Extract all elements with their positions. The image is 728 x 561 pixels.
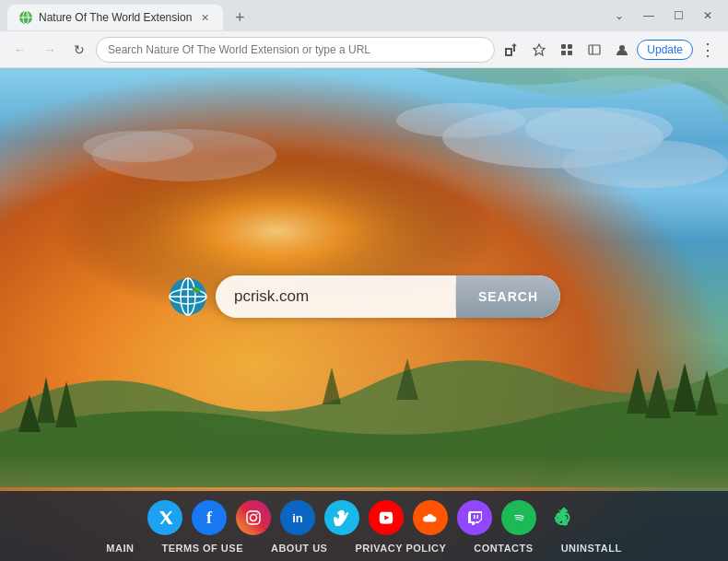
nav-link-uninstall[interactable]: UNINSTALL <box>561 543 622 554</box>
search-button[interactable]: SEARCH <box>456 275 560 318</box>
linkedin-text: in <box>292 511 303 525</box>
twitter-icon[interactable] <box>147 500 182 535</box>
search-section: pcrisk.com SEARCH <box>168 275 560 318</box>
nav-link-terms[interactable]: TERMS OF USE <box>161 543 243 554</box>
svg-point-35 <box>256 513 258 515</box>
nav-link-main[interactable]: MAIN <box>106 543 134 554</box>
update-button[interactable]: Update <box>637 40 693 60</box>
spotify-icon[interactable] <box>501 500 536 535</box>
wave-decoration <box>415 68 728 142</box>
svg-point-3 <box>26 13 29 17</box>
svg-marker-4 <box>534 44 545 55</box>
svg-marker-22 <box>627 368 649 414</box>
share-icon[interactable] <box>499 37 524 63</box>
tab-favicon <box>18 10 33 25</box>
new-tab-button[interactable]: + <box>227 5 252 30</box>
nav-link-about[interactable]: ABOUT US <box>271 543 327 554</box>
social-icons-row: f in <box>0 500 728 535</box>
twitch-icon[interactable] <box>457 500 492 535</box>
instagram-icon[interactable] <box>236 500 271 535</box>
svg-point-34 <box>251 515 257 521</box>
svg-point-18 <box>83 131 194 162</box>
maximize-button[interactable]: ☐ <box>665 3 691 29</box>
recycle-icon[interactable] <box>546 500 581 535</box>
youtube-icon[interactable] <box>369 500 404 535</box>
facebook-f-letter: f <box>206 508 212 528</box>
ground-fog <box>0 455 728 492</box>
browser-chrome: Nature Of The World Extension ✕ + ⌄ — ☐ … <box>0 0 728 68</box>
close-button[interactable]: ✕ <box>695 3 721 29</box>
minimize-button[interactable]: — <box>636 3 662 29</box>
nav-link-privacy[interactable]: PRIVACY POLICY <box>355 543 446 554</box>
toolbar-icons: Update ⋮ <box>499 37 721 63</box>
svg-rect-5 <box>561 44 566 49</box>
sidebar-icon[interactable] <box>581 37 607 63</box>
profile-icon[interactable] <box>609 37 635 63</box>
tab-title: Nature Of The World Extension <box>39 11 192 24</box>
svg-rect-9 <box>589 45 600 54</box>
tab-close-button[interactable]: ✕ <box>197 10 212 25</box>
extensions-icon[interactable] <box>554 37 580 63</box>
extension-logo <box>168 276 208 317</box>
refresh-button[interactable]: ↻ <box>66 37 92 63</box>
footer: f in <box>0 491 728 561</box>
title-bar: Nature Of The World Extension ✕ + ⌄ — ☐ … <box>0 0 728 31</box>
footer-nav-links: MAIN TERMS OF USE ABOUT US PRIVACY POLIC… <box>0 543 728 554</box>
forward-button[interactable]: → <box>37 37 63 63</box>
collapse-button[interactable]: ⌄ <box>606 3 632 29</box>
vimeo-icon[interactable] <box>324 500 359 535</box>
back-button[interactable]: ← <box>7 37 33 63</box>
star-icon[interactable] <box>526 37 552 63</box>
address-bar: ← → ↻ Update ⋮ <box>0 31 728 68</box>
extension-page: pcrisk.com SEARCH f in <box>0 68 728 561</box>
address-input[interactable] <box>108 43 483 56</box>
nav-link-contacts[interactable]: CONTACTS <box>474 543 533 554</box>
window-controls: ⌄ — ☐ ✕ <box>606 3 721 29</box>
search-input-wrapper: pcrisk.com SEARCH <box>216 275 560 318</box>
svg-point-15 <box>562 139 728 188</box>
svg-rect-6 <box>568 44 572 49</box>
facebook-icon[interactable]: f <box>192 500 227 535</box>
svg-rect-33 <box>247 511 260 524</box>
menu-button[interactable]: ⋮ <box>695 37 721 63</box>
main-search-input[interactable]: pcrisk.com <box>216 275 455 318</box>
soundcloud-icon[interactable] <box>413 500 448 535</box>
svg-rect-8 <box>568 51 572 55</box>
linkedin-icon[interactable]: in <box>280 500 315 535</box>
svg-rect-7 <box>561 51 566 55</box>
svg-marker-26 <box>323 368 341 404</box>
active-tab[interactable]: Nature Of The World Extension ✕ <box>7 5 223 30</box>
address-input-wrapper <box>96 37 495 63</box>
